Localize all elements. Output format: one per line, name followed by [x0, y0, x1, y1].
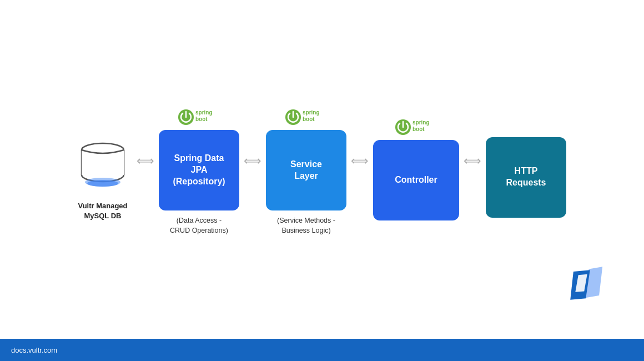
- controller-component: spring boot Controller: [373, 113, 459, 226]
- arrow-1: ⟺: [137, 154, 154, 168]
- svg-text:spring: spring: [412, 119, 430, 126]
- svg-text:boot: boot: [303, 116, 315, 122]
- svg-text:spring: spring: [303, 109, 320, 116]
- controller-box: Controller: [373, 140, 459, 220]
- database-component: Vultr Managed MySQL DB: [78, 118, 128, 221]
- arrow-2: ⟺: [244, 154, 261, 168]
- vultr-logo: [566, 267, 611, 305]
- service-subtitle: (Service Methods - Business Logic): [277, 216, 335, 235]
- database-label: Vultr Managed MySQL DB: [78, 201, 127, 221]
- svg-point-6: [87, 180, 118, 187]
- svg-text:spring: spring: [195, 109, 213, 116]
- arrow-3: ⟺: [351, 154, 369, 168]
- http-component: HTTP Requests: [486, 116, 566, 223]
- controller-logo-area: spring boot: [394, 113, 439, 138]
- jpa-logo-area: spring boot: [177, 103, 222, 128]
- service-label: Service Layer: [290, 159, 322, 182]
- svg-text:boot: boot: [412, 126, 425, 132]
- http-label: HTTP Requests: [506, 166, 546, 189]
- database-icon: [78, 139, 128, 194]
- spring-boot-logo-controller: spring boot: [394, 117, 439, 138]
- service-component: spring boot Service Layer (Service Metho…: [266, 103, 346, 235]
- svg-text:boot: boot: [195, 116, 208, 122]
- service-logo-area: spring boot: [284, 103, 329, 128]
- controller-label: Controller: [395, 174, 437, 186]
- spring-boot-logo-service: spring boot: [284, 107, 329, 128]
- footer-url: docs.vultr.com: [11, 346, 57, 354]
- footer: docs.vultr.com: [0, 339, 644, 361]
- http-box: HTTP Requests: [486, 137, 566, 218]
- arrow-4: ⟺: [464, 154, 481, 168]
- main-content: Vultr Managed MySQL DB ⟺ spring boot: [0, 0, 644, 339]
- architecture-diagram: Vultr Managed MySQL DB ⟺ spring boot: [78, 103, 566, 235]
- spring-boot-logo-jpa: spring boot: [177, 107, 222, 128]
- jpa-box: Spring Data JPA (Repository): [159, 130, 239, 210]
- jpa-label: Spring Data JPA (Repository): [173, 153, 225, 187]
- jpa-component: spring boot Spring Data JPA (Repository)…: [159, 103, 239, 235]
- jpa-subtitle: (Data Access - CRUD Operations): [170, 216, 228, 235]
- service-box: Service Layer: [266, 130, 346, 210]
